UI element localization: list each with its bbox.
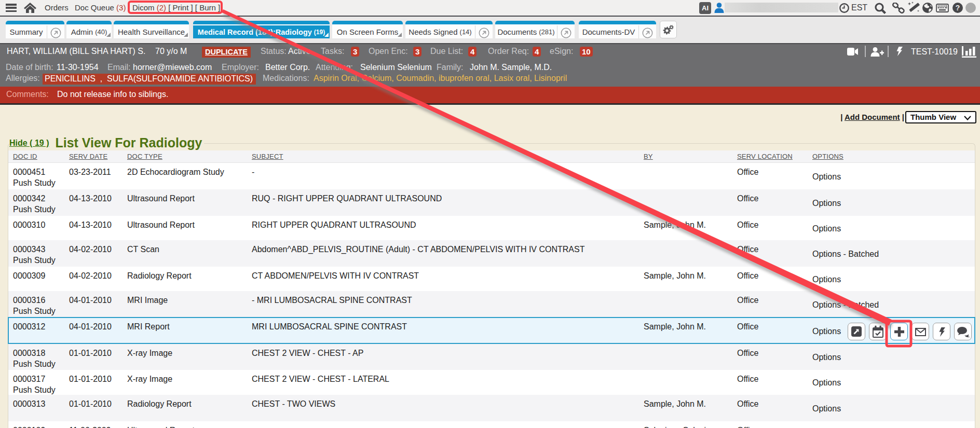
- svg-text:?: ?: [956, 4, 960, 12]
